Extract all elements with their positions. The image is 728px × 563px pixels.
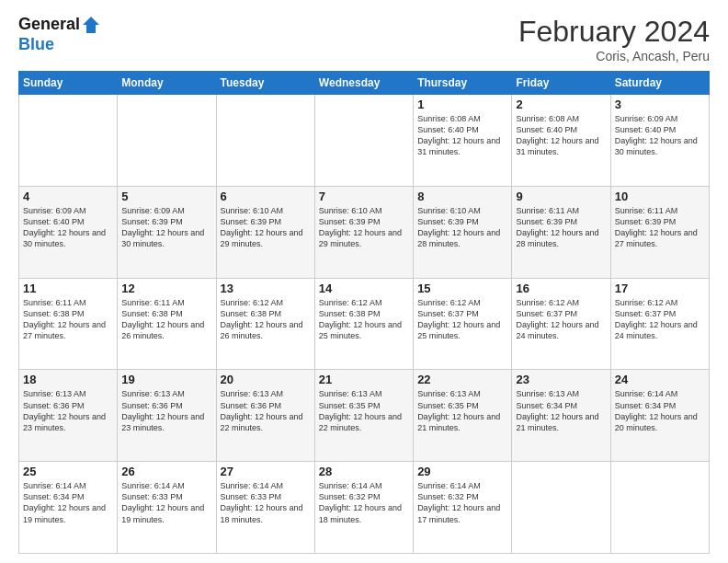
cell-w3-d3: 13Sunrise: 6:12 AM Sunset: 6:38 PM Dayli… <box>216 278 314 370</box>
day-info: Sunrise: 6:13 AM Sunset: 6:35 PM Dayligh… <box>417 388 507 433</box>
cell-w1-d5: 1Sunrise: 6:08 AM Sunset: 6:40 PM Daylig… <box>414 95 512 187</box>
day-info: Sunrise: 6:12 AM Sunset: 6:38 PM Dayligh… <box>221 297 311 342</box>
day-info: Sunrise: 6:10 AM Sunset: 6:39 PM Dayligh… <box>417 205 507 250</box>
header: General Blue February 2024 Coris, Ancash… <box>18 15 710 63</box>
cell-w3-d4: 14Sunrise: 6:12 AM Sunset: 6:38 PM Dayli… <box>314 278 413 370</box>
cell-w5-d5: 29Sunrise: 6:14 AM Sunset: 6:32 PM Dayli… <box>414 462 512 554</box>
page: General Blue February 2024 Coris, Ancash… <box>0 0 728 563</box>
cell-w4-d1: 18Sunrise: 6:13 AM Sunset: 6:36 PM Dayli… <box>19 370 118 462</box>
day-info: Sunrise: 6:08 AM Sunset: 6:40 PM Dayligh… <box>516 113 606 158</box>
col-tuesday: Tuesday <box>216 72 314 95</box>
title-block: February 2024 Coris, Ancash, Peru <box>518 15 710 63</box>
day-number: 4 <box>23 190 113 203</box>
day-info: Sunrise: 6:12 AM Sunset: 6:37 PM Dayligh… <box>615 297 705 342</box>
day-number: 17 <box>615 282 705 295</box>
day-number: 6 <box>221 190 311 203</box>
cell-w1-d3 <box>216 95 314 187</box>
week-row-2: 4Sunrise: 6:09 AM Sunset: 6:40 PM Daylig… <box>19 186 710 278</box>
day-number: 14 <box>319 282 409 295</box>
cell-w1-d4 <box>314 95 413 187</box>
day-info: Sunrise: 6:13 AM Sunset: 6:36 PM Dayligh… <box>23 388 113 433</box>
col-saturday: Saturday <box>610 72 709 95</box>
day-info: Sunrise: 6:14 AM Sunset: 6:34 PM Dayligh… <box>23 480 113 525</box>
week-row-5: 25Sunrise: 6:14 AM Sunset: 6:34 PM Dayli… <box>19 462 710 554</box>
day-info: Sunrise: 6:11 AM Sunset: 6:39 PM Dayligh… <box>516 205 606 250</box>
day-number: 27 <box>221 465 311 478</box>
day-number: 22 <box>417 373 507 386</box>
col-friday: Friday <box>512 72 610 95</box>
cell-w1-d6: 2Sunrise: 6:08 AM Sunset: 6:40 PM Daylig… <box>512 95 610 187</box>
cell-w2-d5: 8Sunrise: 6:10 AM Sunset: 6:39 PM Daylig… <box>414 186 512 278</box>
calendar-title: February 2024 <box>518 15 710 49</box>
day-info: Sunrise: 6:11 AM Sunset: 6:38 PM Dayligh… <box>23 297 113 342</box>
cell-w2-d7: 10Sunrise: 6:11 AM Sunset: 6:39 PM Dayli… <box>610 186 709 278</box>
cell-w4-d7: 24Sunrise: 6:14 AM Sunset: 6:34 PM Dayli… <box>610 370 709 462</box>
day-number: 8 <box>417 190 507 203</box>
day-number: 5 <box>121 190 211 203</box>
day-number: 19 <box>121 373 211 386</box>
day-info: Sunrise: 6:12 AM Sunset: 6:37 PM Dayligh… <box>417 297 507 342</box>
day-info: Sunrise: 6:11 AM Sunset: 6:38 PM Dayligh… <box>121 297 211 342</box>
day-info: Sunrise: 6:09 AM Sunset: 6:40 PM Dayligh… <box>615 113 705 158</box>
col-thursday: Thursday <box>414 72 512 95</box>
col-monday: Monday <box>118 72 216 95</box>
day-info: Sunrise: 6:13 AM Sunset: 6:35 PM Dayligh… <box>319 388 409 433</box>
day-info: Sunrise: 6:09 AM Sunset: 6:40 PM Dayligh… <box>23 205 113 250</box>
cell-w1-d7: 3Sunrise: 6:09 AM Sunset: 6:40 PM Daylig… <box>610 95 709 187</box>
day-info: Sunrise: 6:09 AM Sunset: 6:39 PM Dayligh… <box>121 205 211 250</box>
cell-w4-d3: 20Sunrise: 6:13 AM Sunset: 6:36 PM Dayli… <box>216 370 314 462</box>
col-wednesday: Wednesday <box>314 72 413 95</box>
day-number: 9 <box>516 190 606 203</box>
day-number: 12 <box>121 282 211 295</box>
day-number: 23 <box>516 373 606 386</box>
day-number: 7 <box>319 190 409 203</box>
week-row-3: 11Sunrise: 6:11 AM Sunset: 6:38 PM Dayli… <box>19 278 710 370</box>
cell-w5-d1: 25Sunrise: 6:14 AM Sunset: 6:34 PM Dayli… <box>19 462 118 554</box>
logo-blue: Blue <box>18 35 102 54</box>
day-info: Sunrise: 6:12 AM Sunset: 6:37 PM Dayligh… <box>516 297 606 342</box>
day-number: 2 <box>516 98 606 111</box>
day-info: Sunrise: 6:12 AM Sunset: 6:38 PM Dayligh… <box>319 297 409 342</box>
day-number: 1 <box>417 98 507 111</box>
day-number: 13 <box>221 282 311 295</box>
col-sunday: Sunday <box>19 72 118 95</box>
day-info: Sunrise: 6:10 AM Sunset: 6:39 PM Dayligh… <box>221 205 311 250</box>
day-info: Sunrise: 6:11 AM Sunset: 6:39 PM Dayligh… <box>615 205 705 250</box>
day-info: Sunrise: 6:10 AM Sunset: 6:39 PM Dayligh… <box>319 205 409 250</box>
cell-w3-d2: 12Sunrise: 6:11 AM Sunset: 6:38 PM Dayli… <box>118 278 216 370</box>
logo-general: General <box>18 15 80 33</box>
cell-w2-d2: 5Sunrise: 6:09 AM Sunset: 6:39 PM Daylig… <box>118 186 216 278</box>
day-number: 25 <box>23 465 113 478</box>
day-number: 3 <box>615 98 705 111</box>
cell-w3-d6: 16Sunrise: 6:12 AM Sunset: 6:37 PM Dayli… <box>512 278 610 370</box>
week-row-1: 1Sunrise: 6:08 AM Sunset: 6:40 PM Daylig… <box>19 95 710 187</box>
cell-w2-d4: 7Sunrise: 6:10 AM Sunset: 6:39 PM Daylig… <box>314 186 413 278</box>
logo-text: General <box>18 15 102 35</box>
calendar-subtitle: Coris, Ancash, Peru <box>518 49 710 63</box>
cell-w3-d1: 11Sunrise: 6:11 AM Sunset: 6:38 PM Dayli… <box>19 278 118 370</box>
cell-w5-d7 <box>610 462 709 554</box>
day-number: 15 <box>417 282 507 295</box>
day-number: 26 <box>121 465 211 478</box>
cell-w1-d2 <box>118 95 216 187</box>
day-info: Sunrise: 6:14 AM Sunset: 6:32 PM Dayligh… <box>319 480 409 525</box>
cell-w5-d3: 27Sunrise: 6:14 AM Sunset: 6:33 PM Dayli… <box>216 462 314 554</box>
day-number: 20 <box>221 373 311 386</box>
day-number: 18 <box>23 373 113 386</box>
day-info: Sunrise: 6:13 AM Sunset: 6:36 PM Dayligh… <box>121 388 211 433</box>
week-row-4: 18Sunrise: 6:13 AM Sunset: 6:36 PM Dayli… <box>19 370 710 462</box>
day-info: Sunrise: 6:13 AM Sunset: 6:34 PM Dayligh… <box>516 388 606 433</box>
cell-w2-d3: 6Sunrise: 6:10 AM Sunset: 6:39 PM Daylig… <box>216 186 314 278</box>
cell-w4-d4: 21Sunrise: 6:13 AM Sunset: 6:35 PM Dayli… <box>314 370 413 462</box>
day-number: 29 <box>417 465 507 478</box>
day-number: 24 <box>615 373 705 386</box>
cell-w5-d2: 26Sunrise: 6:14 AM Sunset: 6:33 PM Dayli… <box>118 462 216 554</box>
day-number: 11 <box>23 282 113 295</box>
logo: General Blue <box>18 15 102 54</box>
calendar-table: Sunday Monday Tuesday Wednesday Thursday… <box>18 71 710 554</box>
cell-w4-d5: 22Sunrise: 6:13 AM Sunset: 6:35 PM Dayli… <box>414 370 512 462</box>
cell-w3-d5: 15Sunrise: 6:12 AM Sunset: 6:37 PM Dayli… <box>414 278 512 370</box>
cell-w2-d1: 4Sunrise: 6:09 AM Sunset: 6:40 PM Daylig… <box>19 186 118 278</box>
day-info: Sunrise: 6:14 AM Sunset: 6:34 PM Dayligh… <box>615 388 705 433</box>
cell-w3-d7: 17Sunrise: 6:12 AM Sunset: 6:37 PM Dayli… <box>610 278 709 370</box>
